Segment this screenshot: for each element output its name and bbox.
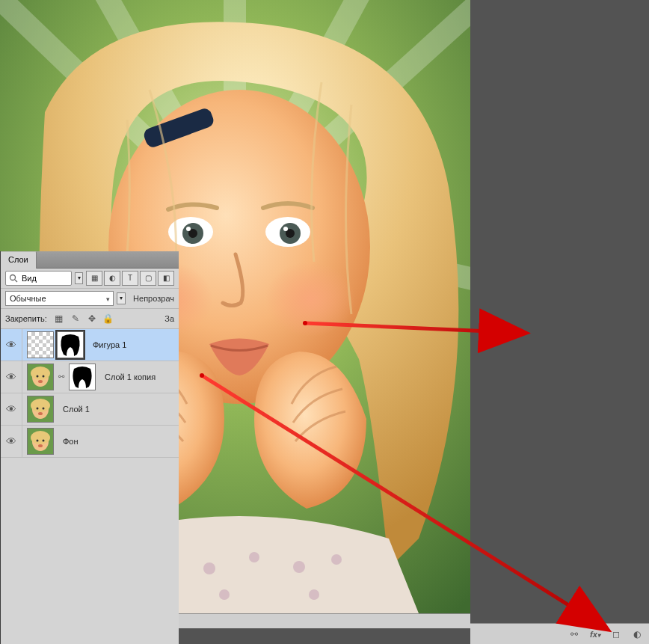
mask-icon[interactable]: ◻	[609, 628, 624, 641]
layer-thumbnail[interactable]	[27, 364, 54, 390]
filter-dropdown-arrow-icon[interactable]: ▾	[75, 272, 83, 284]
opacity-label: Непрозрач	[133, 294, 174, 303]
lock-all-icon[interactable]: 🔒	[102, 313, 114, 325]
layer-thumbnail[interactable]	[27, 396, 54, 423]
layer-thumbnail[interactable]	[27, 428, 54, 455]
layer-row[interactable]: 👁⚯Слой 1 копия	[1, 361, 179, 393]
thumbnail-group	[22, 331, 88, 358]
filter-row: ▾ ▦ ◐ T ▢ ◧	[1, 269, 179, 289]
type-filter-icon[interactable]: T	[122, 271, 138, 286]
svg-point-24	[293, 561, 305, 573]
svg-point-48	[37, 440, 39, 442]
link-indicator-icon: ⚯	[57, 372, 66, 381]
svg-point-17	[186, 227, 191, 231]
svg-point-44	[38, 412, 43, 415]
svg-point-25	[331, 554, 342, 565]
layer-name[interactable]: Фон	[58, 437, 79, 446]
fx-icon[interactable]: fx▾	[588, 628, 603, 641]
layer-row[interactable]: 👁Фигура 1	[1, 329, 179, 361]
svg-point-18	[283, 227, 288, 231]
visibility-toggle-icon[interactable]: 👁	[1, 393, 22, 425]
svg-point-28	[309, 589, 319, 600]
thumbnail-group	[22, 396, 58, 423]
thumbnail-group	[22, 428, 58, 455]
svg-line-30	[15, 280, 17, 282]
layer-name[interactable]: Фигура 1	[88, 340, 126, 349]
blend-mode-select[interactable]: Обычные	[5, 291, 114, 306]
svg-point-42	[37, 408, 39, 410]
svg-point-23	[249, 552, 259, 562]
smart-filter-icon[interactable]: ◧	[158, 271, 174, 286]
layer-filter-select[interactable]	[5, 271, 72, 286]
svg-point-22	[203, 562, 215, 574]
adjustment-icon[interactable]: ◐	[630, 628, 645, 641]
svg-point-34	[31, 367, 50, 380]
link-icon[interactable]: ⚯	[567, 628, 582, 641]
visibility-toggle-icon[interactable]: 👁	[1, 361, 22, 393]
svg-point-47	[31, 431, 50, 444]
lock-transparency-icon[interactable]: ▦	[53, 313, 65, 325]
lock-row: Закрепить: ▦ ✎ ✥ 🔒 За	[1, 309, 179, 329]
svg-point-41	[31, 399, 50, 412]
lock-position-icon[interactable]: ✥	[86, 313, 98, 325]
image-filter-icon[interactable]: ▦	[86, 271, 102, 286]
visibility-toggle-icon[interactable]: 👁	[1, 426, 22, 457]
blend-dropdown-arrow-icon[interactable]: ▾	[117, 292, 126, 304]
right-gutter	[470, 0, 649, 644]
layer-mask-thumbnail[interactable]	[57, 331, 84, 358]
svg-point-35	[37, 375, 39, 378]
svg-point-49	[43, 440, 45, 442]
svg-point-43	[43, 408, 45, 410]
shape-filter-icon[interactable]: ▢	[140, 271, 156, 286]
thumbnail-group: ⚯	[22, 364, 100, 390]
blend-row: Обычные ▾ Непрозрач	[1, 289, 179, 309]
layer-name[interactable]: Слой 1 копия	[100, 372, 156, 381]
tab-layers[interactable]: Слои	[1, 251, 37, 269]
filter-type-input[interactable]	[20, 273, 68, 283]
layer-thumbnail[interactable]	[27, 331, 54, 358]
layer-row[interactable]: 👁Слой 1	[1, 393, 179, 426]
layer-name[interactable]: Слой 1	[58, 405, 90, 414]
svg-point-10	[265, 262, 355, 337]
lock-pixels-icon[interactable]: ✎	[70, 313, 81, 325]
fill-label: За	[164, 314, 174, 323]
layers-list: 👁Фигура 1👁⚯Слой 1 копия👁Слой 1👁Фон	[1, 329, 179, 458]
lock-label: Закрепить:	[5, 314, 47, 323]
svg-point-36	[43, 375, 45, 378]
layers-panel: Слои ▾ ▦ ◐ T ▢ ◧ Обычные ▾ Непрозрач Зак…	[0, 251, 179, 644]
visibility-toggle-icon[interactable]: 👁	[1, 329, 22, 361]
layers-panel-footer: ⚯ fx▾ ◻ ◐	[470, 623, 649, 644]
panel-tab-bar: Слои	[1, 251, 179, 269]
layer-mask-thumbnail[interactable]	[69, 364, 96, 390]
svg-point-37	[38, 380, 43, 383]
svg-point-29	[10, 275, 16, 280]
adjustment-filter-icon[interactable]: ◐	[104, 271, 120, 286]
svg-point-50	[38, 444, 43, 447]
layer-row[interactable]: 👁Фон	[1, 426, 179, 458]
svg-point-27	[219, 589, 230, 600]
search-icon	[9, 274, 18, 283]
